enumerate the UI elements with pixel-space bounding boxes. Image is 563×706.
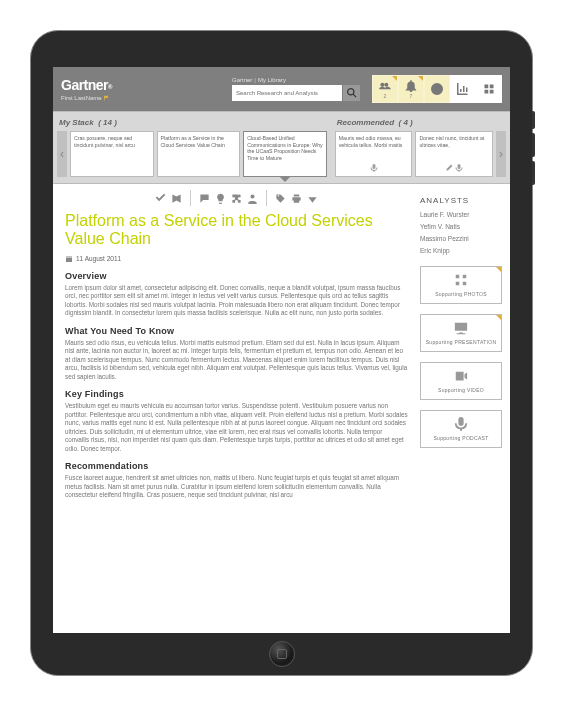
wyn2k-heading: What You Need To Know xyxy=(65,326,408,336)
article-toolbar xyxy=(65,190,408,206)
article-main: Platform as a Service in the Cloud Servi… xyxy=(53,184,420,516)
person-icon[interactable] xyxy=(247,193,258,204)
topbar: Gartner® First LastName Gartner|My Libra… xyxy=(53,67,510,111)
people-icon[interactable]: 2 xyxy=(372,75,398,103)
home-button[interactable] xyxy=(269,641,295,667)
recs-text: Fusce laoreet augue, hendrerit sit amet … xyxy=(65,474,408,500)
wyn2k-text: Mauris sed odio risus, eu vehicula tellu… xyxy=(65,339,408,382)
slides-icon xyxy=(454,321,468,335)
download-icon[interactable] xyxy=(307,193,318,204)
podcast-icon xyxy=(454,417,468,431)
bulb-icon[interactable] xyxy=(215,193,226,204)
brand-logo: Gartner® xyxy=(61,77,112,93)
stack-card[interactable]: Platform as a Service in the Cloud Servi… xyxy=(157,131,241,177)
findings-heading: Key Findings xyxy=(65,389,408,399)
analysts-heading: ANALYSTS xyxy=(420,196,502,205)
search-button[interactable] xyxy=(342,85,360,101)
findings-text: Vestibulum eget eu mauris vehicula eu ac… xyxy=(65,402,408,453)
supporting-photos-button[interactable]: Supporting PHOTOS xyxy=(420,266,502,304)
analyst-link[interactable]: Massimo Pezzini xyxy=(420,235,502,242)
chart-icon[interactable] xyxy=(450,75,476,103)
grid-icon[interactable] xyxy=(476,75,502,103)
breadcrumb-root[interactable]: Gartner xyxy=(232,77,252,83)
write-icon xyxy=(445,164,453,172)
stack-prev-button[interactable]: ‹ xyxy=(57,131,67,177)
supporting-video-button[interactable]: Supporting VIDEO xyxy=(420,362,502,400)
clock-icon[interactable] xyxy=(424,75,450,103)
stack-card-active[interactable]: Cloud-Based Unified Communications in Eu… xyxy=(243,131,327,177)
recs-heading: Recommendations xyxy=(65,461,408,471)
search-input[interactable] xyxy=(232,85,342,101)
recommended-next-button[interactable]: › xyxy=(496,131,506,177)
bell-icon[interactable]: 7 xyxy=(398,75,424,103)
sidebar: ANALYSTS Laurie F. Wurster Yefim V. Nati… xyxy=(420,184,510,516)
check-icon[interactable] xyxy=(155,193,166,204)
mic-icon xyxy=(370,164,378,172)
book-icon[interactable] xyxy=(171,193,182,204)
stack-card[interactable]: Cras posuere, neque sed tincidunt pulvin… xyxy=(70,131,154,177)
calendar-icon xyxy=(65,255,73,263)
flag-icon xyxy=(104,95,110,101)
analyst-link[interactable]: Eric Knipp xyxy=(420,247,502,254)
analyst-link[interactable]: Laurie F. Wurster xyxy=(420,211,502,218)
supporting-presentation-button[interactable]: Supporting PRESENTATION xyxy=(420,314,502,352)
photos-icon xyxy=(454,273,468,287)
tag-icon[interactable] xyxy=(275,193,286,204)
article-title: Platform as a Service in the Cloud Servi… xyxy=(65,212,408,249)
article-date: 11 August 2011 xyxy=(65,255,408,263)
user-name: First LastName xyxy=(61,95,110,101)
breadcrumb: Gartner|My Library xyxy=(232,77,360,83)
overview-heading: Overview xyxy=(65,271,408,281)
comment-icon[interactable] xyxy=(199,193,210,204)
video-icon xyxy=(454,369,468,383)
recommended-card[interactable]: Mauris sed odio massa, eu vehicula tellu… xyxy=(335,131,413,177)
recommended-card[interactable]: Donec nisl nunc, tincidunt at ultrices v… xyxy=(415,131,493,177)
app-screen: Gartner® First LastName Gartner|My Libra… xyxy=(53,67,510,633)
mic-icon xyxy=(455,164,463,172)
my-stack-group: My Stack ( 14 ) ‹ Cras posuere, neque se… xyxy=(53,112,331,183)
breadcrumb-lib[interactable]: My Library xyxy=(258,77,286,83)
overview-text: Lorem ipsum dolor sit amet, consectetur … xyxy=(65,284,408,318)
print-icon[interactable] xyxy=(291,193,302,204)
analyst-link[interactable]: Yefim V. Natis xyxy=(420,223,502,230)
puzzle-icon[interactable] xyxy=(231,193,242,204)
supporting-podcast-button[interactable]: Supporting PODCAST xyxy=(420,410,502,448)
recommended-group: Recommended ( 4 ) Mauris sed odio massa,… xyxy=(331,112,510,183)
tablet-device: Gartner® First LastName Gartner|My Libra… xyxy=(30,30,533,676)
